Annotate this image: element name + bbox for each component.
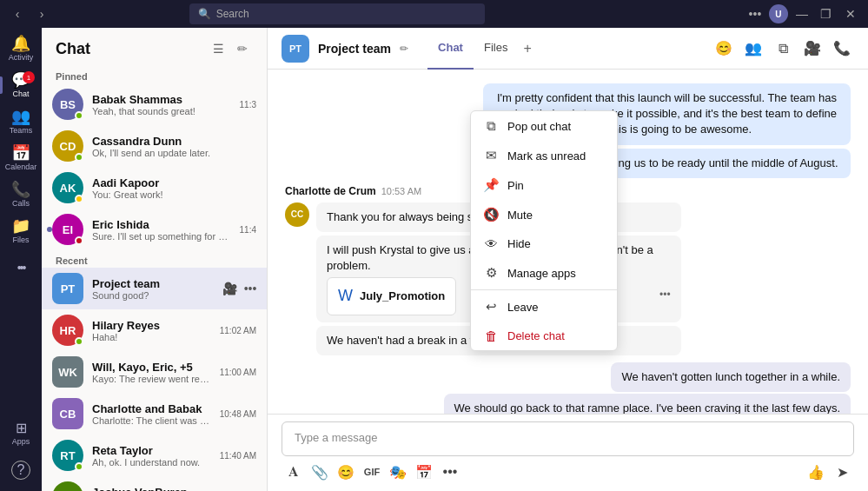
- hide-icon: 👁: [483, 236, 499, 251]
- chat-name: Will, Kayo, Eric, +5: [92, 361, 211, 374]
- list-item[interactable]: JV Joshua VanBuren Thanks for reviewing!…: [42, 476, 267, 491]
- sidebar-item-label: Activity: [9, 53, 34, 62]
- new-chat-button[interactable]: ✏: [232, 38, 253, 59]
- tab-chat[interactable]: Chat: [427, 28, 474, 70]
- gif-button[interactable]: GIF: [360, 460, 384, 484]
- message-input-area: Type a message 𝐀 📎 😊 GIF 🎭 📅 ••• 👍 ➤: [268, 414, 868, 491]
- status-dot: [75, 153, 83, 162]
- back-button[interactable]: ‹: [7, 3, 28, 24]
- chat-info: Will, Kayo, Eric, +5 Kayo: The review we…: [92, 361, 211, 384]
- dots-button[interactable]: •••: [745, 3, 765, 24]
- chat-list: Chat ☰ ✏ Pinned BS Babak Shammas Yeah, t…: [42, 28, 268, 491]
- close-button[interactable]: ✕: [840, 3, 861, 24]
- add-tab-button[interactable]: +: [518, 28, 536, 70]
- sidebar-item-apps[interactable]: ⊞ Apps: [3, 416, 38, 451]
- ctx-label: Pop out chat: [507, 120, 571, 133]
- list-item[interactable]: WK Will, Kayo, Eric, +5 Kayo: The review…: [42, 351, 267, 393]
- manage-apps-icon: ⚙: [483, 265, 499, 281]
- group-avatar: PT: [282, 35, 309, 63]
- sidebar-item-calls[interactable]: 📞 Calls: [3, 177, 38, 212]
- app-body: 🔔 Activity 💬 Chat 1 👥 Teams 📅 Calendar 📞…: [0, 28, 868, 491]
- ctx-divider: [471, 289, 617, 290]
- video-call-button[interactable]: 🎥: [800, 36, 825, 61]
- emoji-picker-button[interactable]: 😊: [334, 460, 358, 484]
- tab-files[interactable]: Files: [474, 28, 518, 70]
- sidebar-item-teams[interactable]: 👥 Teams: [3, 104, 38, 139]
- delete-icon: 🗑: [483, 328, 499, 343]
- search-input[interactable]: [216, 8, 476, 20]
- sidebar-item-files[interactable]: 📁 Files: [3, 214, 38, 249]
- forward-button[interactable]: ›: [31, 3, 52, 24]
- restore-button[interactable]: ❐: [816, 3, 837, 24]
- avatar: BS: [52, 89, 83, 120]
- calls-icon: 📞: [11, 182, 30, 197]
- ctx-label: Delete chat: [507, 329, 565, 342]
- chat-info: Hilary Reyes Haha!: [92, 319, 211, 342]
- more-toolbar-button[interactable]: •••: [438, 460, 462, 484]
- chat-info: Babak Shammas Yeah, that sounds great!: [92, 93, 231, 116]
- sidebar-item-more[interactable]: •••: [3, 250, 38, 285]
- more-options-button[interactable]: •••: [241, 279, 260, 298]
- message-bubble: We haven't gotten lunch together in a wh…: [611, 362, 851, 392]
- list-item[interactable]: EI Eric Ishida Sure. I'll set up somethi…: [42, 209, 267, 250]
- ctx-label: Hide: [507, 237, 531, 250]
- avatar: PT: [52, 273, 83, 304]
- chat-name: Charlotte and Babak: [92, 402, 211, 415]
- mute-icon: 🔇: [483, 207, 499, 222]
- context-menu: ⧉ Pop out chat ✉ Mark as unread 📌 Pin 🔇 …: [470, 110, 618, 351]
- mark-unread-icon: ✉: [483, 148, 499, 163]
- participants-button[interactable]: 👥: [741, 36, 765, 61]
- sidebar-item-chat[interactable]: 💬 Chat 1: [3, 68, 38, 103]
- chat-info: Cassandra Dunn Ok, I'll send an update l…: [92, 135, 256, 158]
- audio-call-button[interactable]: 📞: [830, 36, 854, 61]
- emoji-button[interactable]: 😊: [712, 36, 736, 61]
- list-item[interactable]: RT Reta Taylor Ah, ok. I understand now.…: [42, 435, 267, 476]
- edit-icon[interactable]: ✏: [400, 43, 408, 55]
- list-item[interactable]: PT Project team Sound good? 🎥 •••: [42, 268, 267, 309]
- chat-panel: PT Project team ✏ Chat Files + 😊 👥 ⧉ 🎥 📞…: [268, 28, 868, 491]
- input-toolbar: 𝐀 📎 😊 GIF 🎭 📅 ••• 👍 ➤: [282, 456, 854, 488]
- chat-badge: 1: [23, 71, 35, 83]
- ctx-mark-unread[interactable]: ✉ Mark as unread: [471, 141, 617, 170]
- ctx-delete[interactable]: 🗑 Delete chat: [471, 322, 617, 350]
- list-item[interactable]: BS Babak Shammas Yeah, that sounds great…: [42, 83, 267, 125]
- leave-icon: ↩: [483, 299, 499, 315]
- attachment-more-button[interactable]: •••: [659, 288, 671, 302]
- ctx-manage-apps[interactable]: ⚙ Manage apps: [471, 258, 617, 288]
- attachment-card[interactable]: W July_Promotion: [327, 277, 456, 315]
- avatar: HR: [52, 315, 83, 346]
- like-button[interactable]: 👍: [804, 460, 828, 484]
- sticker-button[interactable]: 🎭: [386, 460, 410, 484]
- send-button[interactable]: ➤: [830, 460, 854, 484]
- avatar: CC: [285, 202, 309, 227]
- ctx-leave[interactable]: ↩ Leave: [471, 292, 617, 322]
- avatar: RT: [52, 440, 83, 471]
- list-item[interactable]: CD Cassandra Dunn Ok, I'll send an updat…: [42, 125, 267, 167]
- sidebar-item-activity[interactable]: 🔔 Activity: [3, 31, 38, 66]
- chat-name: Reta Taylor: [92, 444, 211, 457]
- chat-preview: You: Great work!: [92, 189, 256, 200]
- list-item[interactable]: HR Hilary Reyes Haha! 11:02 AM: [42, 309, 267, 351]
- chat-info: Aadi Kapoor You: Great work!: [92, 176, 256, 200]
- format-button[interactable]: 𝐀: [282, 460, 306, 484]
- avatar: U: [769, 4, 788, 23]
- ctx-mute[interactable]: 🔇 Mute: [471, 200, 617, 229]
- popout-button[interactable]: ⧉: [771, 36, 795, 61]
- minimize-button[interactable]: —: [792, 3, 812, 24]
- chat-name: Joshua VanBuren: [92, 486, 211, 492]
- avatar: AK: [52, 172, 83, 203]
- ctx-pin[interactable]: 📌 Pin: [471, 170, 617, 200]
- status-dot: [75, 111, 83, 120]
- sidebar-item-calendar[interactable]: 📅 Calendar: [3, 141, 38, 176]
- avatar: EI: [52, 214, 83, 245]
- list-item[interactable]: CB Charlotte and Babak Charlotte: The cl…: [42, 393, 267, 435]
- schedule-button[interactable]: 📅: [412, 460, 436, 484]
- video-button[interactable]: 🎥: [220, 279, 239, 298]
- ctx-pop-out[interactable]: ⧉ Pop out chat: [471, 111, 617, 141]
- filter-button[interactable]: ☰: [208, 38, 229, 59]
- sidebar-item-help[interactable]: ?: [3, 453, 38, 488]
- rail: 🔔 Activity 💬 Chat 1 👥 Teams 📅 Calendar 📞…: [0, 28, 42, 491]
- ctx-hide[interactable]: 👁 Hide: [471, 229, 617, 258]
- attach-button[interactable]: 📎: [308, 460, 332, 484]
- list-item[interactable]: AK Aadi Kapoor You: Great work!: [42, 167, 267, 209]
